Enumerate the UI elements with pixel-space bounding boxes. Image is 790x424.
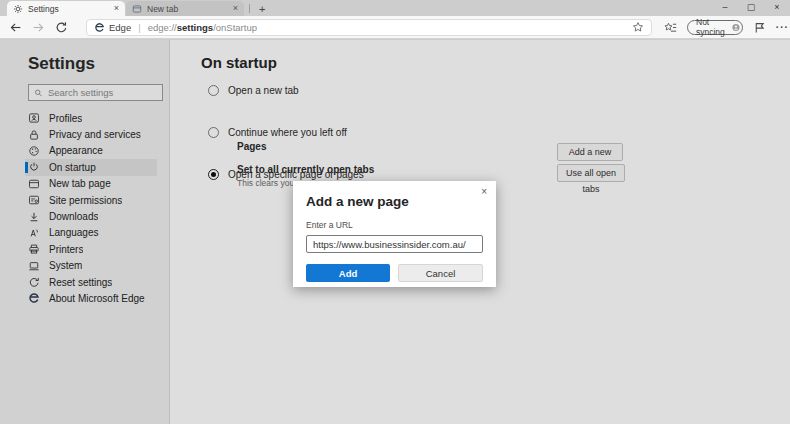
sidebar-item-label: New tab page <box>49 178 111 189</box>
sidebar-item-label: System <box>49 260 82 271</box>
languages-icon <box>28 227 40 239</box>
address-separator: | <box>135 22 143 33</box>
radio-option-continue-where-you-left-off[interactable]: Continue where you left off <box>208 126 347 138</box>
browser-toolbar: Edge | edge://settings/onStartup Not syn… <box>0 16 790 39</box>
sidebar-item-label: Reset settings <box>49 277 112 288</box>
system-icon <box>28 260 40 272</box>
favorites-bar-icon[interactable] <box>664 21 677 34</box>
forward-icon <box>32 21 45 34</box>
window-controls: – ▢ × <box>712 0 790 16</box>
radio-option-open-a-new-tab[interactable]: Open a new tab <box>208 84 299 96</box>
sidebar-item-label: Printers <box>49 244 83 255</box>
pages-label: Pages <box>237 141 266 152</box>
tab-title: Settings <box>28 4 109 14</box>
appearance-icon <box>28 145 40 157</box>
maximize-button[interactable]: ▢ <box>738 0 764 16</box>
toolbar-right-cluster: Not syncing ··· <box>664 20 789 35</box>
selected-accent-bar <box>25 162 28 173</box>
search-icon <box>34 88 43 98</box>
tab-settings[interactable]: Settings × <box>7 1 125 16</box>
radio-button[interactable] <box>208 127 219 138</box>
search-settings-input[interactable] <box>48 87 157 98</box>
tab-close-icon[interactable]: × <box>233 4 238 13</box>
radio-option-label: Open a new tab <box>228 85 299 96</box>
cancel-button[interactable]: Cancel <box>398 264 483 282</box>
dialog-title: Add a new page <box>306 194 483 209</box>
page-icon <box>132 4 142 14</box>
add-new-page-dialog: × Add a new page Enter a URL Add Cancel <box>293 181 496 287</box>
lock-icon <box>28 129 40 141</box>
dialog-close-icon[interactable]: × <box>481 186 487 197</box>
settings-menu-icon[interactable]: ··· <box>776 22 789 33</box>
use-all-open-tabs-button[interactable]: Use all open tabs <box>557 164 625 182</box>
sidebar-item-profiles[interactable]: Profiles <box>25 110 157 126</box>
sidebar-item-privacy-and-services[interactable]: Privacy and services <box>25 126 157 142</box>
settings-sidebar: Settings Profiles Privacy and services <box>0 40 170 424</box>
sidebar-item-downloads[interactable]: Downloads <box>25 208 157 224</box>
edge-browser-window: Settings × New tab × + – ▢ × Edge | edge… <box>0 0 790 424</box>
url-field-label: Enter a URL <box>306 220 483 230</box>
gear-icon <box>13 4 23 14</box>
avatar-icon <box>732 22 740 33</box>
download-icon <box>28 211 40 223</box>
back-icon[interactable] <box>9 21 22 34</box>
page-title: On startup <box>201 54 277 71</box>
sidebar-item-new-tab-page[interactable]: New tab page <box>25 176 157 192</box>
site-permissions-icon <box>28 194 40 206</box>
url-path: /onStartup <box>213 22 257 33</box>
profiles-icon <box>28 112 40 124</box>
page-content: Settings Profiles Privacy and services <box>0 40 790 424</box>
tab-new-tab[interactable]: New tab × <box>126 1 244 16</box>
tab-close-icon[interactable]: × <box>114 4 119 13</box>
sidebar-item-printers[interactable]: Printers <box>25 241 157 257</box>
sidebar-item-system[interactable]: System <box>25 258 157 274</box>
reset-icon <box>28 276 40 288</box>
power-icon <box>28 161 40 173</box>
tab-divider <box>249 4 250 13</box>
url-scheme: edge:// <box>148 22 177 33</box>
add-button[interactable]: Add <box>306 264 390 282</box>
new-tab-page-icon <box>28 178 40 190</box>
sidebar-item-label: On startup <box>49 162 96 173</box>
minimize-button[interactable]: – <box>712 0 738 16</box>
new-tab-button[interactable]: + <box>255 2 269 16</box>
sidebar-title: Settings <box>28 54 169 74</box>
sidebar-item-appearance[interactable]: Appearance <box>25 143 157 159</box>
sidebar-item-label: Profiles <box>49 113 82 124</box>
favorite-star-icon[interactable] <box>632 21 644 33</box>
url-input[interactable] <box>306 235 483 253</box>
radio-button[interactable] <box>208 169 219 180</box>
sidebar-item-languages[interactable]: Languages <box>25 225 157 241</box>
sidebar-item-label: Downloads <box>49 211 98 222</box>
url-host: settings <box>177 22 213 33</box>
sidebar-nav: Profiles Privacy and services Appearance… <box>0 110 169 307</box>
sidebar-item-label: Privacy and services <box>49 129 141 140</box>
printer-icon <box>28 243 40 255</box>
refresh-icon[interactable] <box>55 21 68 34</box>
sidebar-item-label: Languages <box>49 227 99 238</box>
set-open-tabs-label: Set to all currently open tabs <box>237 164 374 175</box>
close-button[interactable]: × <box>764 0 790 16</box>
sidebar-item-label: Site permissions <box>49 195 122 206</box>
feedback-icon[interactable] <box>753 21 766 34</box>
sidebar-item-reset-settings[interactable]: Reset settings <box>25 274 157 290</box>
radio-button[interactable] <box>208 85 219 96</box>
add-new-page-button[interactable]: Add a new page <box>557 143 623 161</box>
dialog-buttons: Add Cancel <box>306 264 483 282</box>
address-bar[interactable]: Edge | edge://settings/onStartup <box>86 19 652 36</box>
edge-logo-icon <box>94 22 105 33</box>
sidebar-item-on-startup[interactable]: On startup <box>25 159 157 175</box>
sidebar-item-label: About Microsoft Edge <box>49 293 145 304</box>
site-brand-label: Edge <box>109 22 131 33</box>
profile-sync-button[interactable]: Not syncing <box>687 20 743 35</box>
radio-option-label: Continue where you left off <box>228 127 347 138</box>
sidebar-item-site-permissions[interactable]: Site permissions <box>25 192 157 208</box>
tab-bar: Settings × New tab × + – ▢ × <box>0 0 790 16</box>
search-settings-box[interactable] <box>28 84 163 101</box>
edge-logo-icon <box>28 292 40 304</box>
tab-title: New tab <box>147 4 228 14</box>
sidebar-item-label: Appearance <box>49 145 103 156</box>
sidebar-item-about-microsoft-edge[interactable]: About Microsoft Edge <box>25 290 157 306</box>
url-text: edge://settings/onStartup <box>148 22 257 33</box>
sync-status-label: Not syncing <box>696 17 728 37</box>
